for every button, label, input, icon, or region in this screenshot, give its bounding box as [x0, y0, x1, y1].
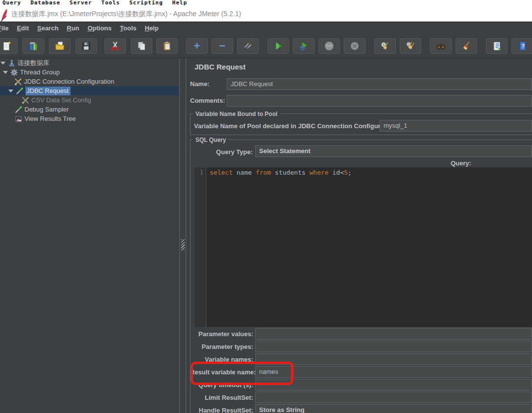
- sampler-dropper-icon: [16, 87, 24, 95]
- clear-button[interactable]: [374, 38, 396, 54]
- clear-search-button[interactable]: [456, 38, 477, 54]
- limit-resultset-input[interactable]: [255, 391, 532, 403]
- query-label: Query:: [451, 160, 471, 167]
- new-file-button[interactable]: [0, 38, 18, 54]
- plus-icon: +: [194, 41, 200, 51]
- query-type-select[interactable]: Select Statement: [255, 145, 532, 157]
- comments-input[interactable]: [227, 95, 532, 107]
- sql-identifier: name: [237, 169, 256, 176]
- menu-tools[interactable]: Tools: [120, 24, 137, 32]
- toggle-arrows-icon: [242, 41, 253, 51]
- templates-button[interactable]: [23, 38, 44, 54]
- menu-help[interactable]: Help: [145, 24, 158, 32]
- tree-item-csv-data-set-config[interactable]: CSV Data Set Config: [0, 95, 180, 105]
- parameter-values-label: Parameter values:: [190, 330, 253, 338]
- pool-variable-input[interactable]: mysql_1: [380, 120, 532, 132]
- shutdown-circle-icon: [349, 41, 360, 51]
- tree-item-label: CSV Data Set Config: [31, 96, 91, 104]
- parameter-types-label: Parameter types:: [190, 343, 253, 350]
- sql-keyword: from: [256, 169, 275, 176]
- tree-item-view-results-tree[interactable]: View Results Tree: [0, 114, 180, 123]
- name-input[interactable]: JDBC Request: [227, 78, 532, 90]
- tree-item-jdbc-request[interactable]: JDBC Request: [0, 86, 180, 95]
- expand-arrow-icon[interactable]: [8, 90, 13, 92]
- tree-item-label: View Results Tree: [24, 115, 76, 122]
- sampler-dropper-icon: [15, 106, 23, 114]
- bg-menu-tools[interactable]: Tools: [101, 0, 120, 5]
- panel-splitter[interactable]: [179, 58, 186, 413]
- clear-all-button[interactable]: [400, 38, 421, 54]
- expand-arrow-icon[interactable]: [0, 62, 5, 65]
- start-no-pauses-button[interactable]: [293, 38, 314, 54]
- start-no-pauses-icon: [298, 41, 309, 51]
- query-type-label: Query Type:: [190, 148, 253, 156]
- thread-group-gear-icon: [10, 69, 18, 76]
- save-floppy-icon: [81, 41, 92, 51]
- parameter-values-input[interactable]: [255, 328, 532, 340]
- tree-item-label: Thread Group: [20, 69, 60, 76]
- search-button[interactable]: [430, 38, 452, 54]
- menu-search[interactable]: Search: [37, 24, 58, 32]
- test-plan-tree: 连接数据库 Thread Group JDBC Co: [0, 58, 180, 413]
- result-variable-name-input[interactable]: names: [255, 366, 532, 378]
- copy-button[interactable]: [131, 38, 152, 54]
- bg-menu-help[interactable]: Help: [172, 0, 188, 5]
- toggle-button[interactable]: [237, 38, 259, 54]
- paste-button[interactable]: [156, 38, 178, 54]
- start-button[interactable]: [267, 38, 289, 54]
- handle-resultset-label: Handle ResultSet:: [190, 407, 253, 413]
- open-folder-icon: [54, 41, 65, 51]
- variable-names-input[interactable]: [255, 353, 532, 365]
- cut-scissors-icon: [110, 41, 121, 51]
- function-helper-notepad-icon: [491, 41, 502, 51]
- menu-run[interactable]: Run: [67, 24, 79, 32]
- variable-names-label: Variable names:: [190, 356, 253, 363]
- tree-item-jdbc-connection-configuration[interactable]: JDBC Connection Configuration: [0, 77, 180, 86]
- bg-menu-database[interactable]: Database: [30, 0, 60, 5]
- line-number: 1: [200, 169, 203, 176]
- handle-resultset-select[interactable]: Store as String: [255, 404, 532, 413]
- menu-bar: File Edit Search Run Options Tools Help: [0, 22, 532, 34]
- bg-menu-scripting[interactable]: Scripting: [129, 0, 163, 5]
- sql-code-line[interactable]: select name from students where id<5;: [210, 168, 352, 177]
- stop-sign-icon: STOP: [324, 41, 335, 51]
- stop-button: STOP: [318, 38, 340, 54]
- menu-file[interactable]: File: [0, 24, 8, 32]
- templates-icon: [28, 41, 39, 51]
- tree-item-thread-group[interactable]: Thread Group: [0, 68, 180, 77]
- cut-button[interactable]: [104, 38, 126, 54]
- help-button[interactable]: ?: [511, 38, 532, 54]
- remove-button[interactable]: −: [212, 38, 233, 54]
- sql-editor[interactable]: 1 select name from students where id<5;: [194, 167, 532, 327]
- window-title: 连接数据库.jmx (E:\JmeterProjects\连接数据库.jmx) …: [11, 10, 241, 19]
- bg-menu-server[interactable]: Server: [70, 0, 92, 5]
- name-label: Name:: [190, 80, 210, 88]
- sql-number: 5: [344, 169, 348, 176]
- menu-edit[interactable]: Edit: [17, 24, 29, 32]
- new-file-icon: [1, 41, 12, 51]
- help-book-icon: ?: [517, 41, 528, 51]
- clear-search-broom-icon: [461, 41, 472, 51]
- query-timeout-input[interactable]: [255, 379, 532, 390]
- config-tools-icon: [14, 78, 22, 86]
- result-variable-name-label: Result variable name:: [190, 368, 253, 376]
- splitter-grip-icon[interactable]: [181, 239, 185, 251]
- comments-label: Comments:: [190, 97, 225, 104]
- results-chart-icon: [15, 115, 23, 123]
- menu-options[interactable]: Options: [88, 24, 112, 32]
- copy-icon: [136, 41, 147, 51]
- parameter-types-input[interactable]: [255, 341, 532, 352]
- expand-arrow-icon[interactable]: [3, 71, 8, 74]
- add-button[interactable]: +: [186, 38, 208, 54]
- editor-gutter: 1: [194, 167, 206, 327]
- page-title: JDBC Request: [194, 63, 245, 71]
- open-file-button[interactable]: [49, 38, 71, 54]
- tree-item-debug-sampler[interactable]: Debug Sampler: [0, 105, 180, 114]
- tree-item-label: JDBC Request: [25, 87, 71, 95]
- save-button[interactable]: [75, 38, 97, 54]
- function-helper-button[interactable]: [486, 38, 508, 54]
- background-window-menubar: Query Database Server Tools Scripting He…: [0, 0, 532, 6]
- bg-menu-query[interactable]: Query: [2, 0, 21, 5]
- tree-item-test-plan[interactable]: 连接数据库: [0, 58, 180, 68]
- svg-text:STOP: STOP: [326, 45, 332, 47]
